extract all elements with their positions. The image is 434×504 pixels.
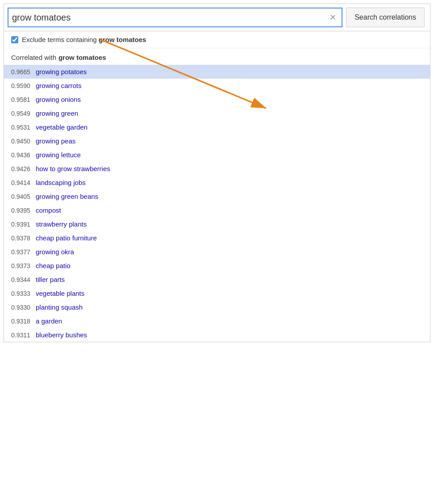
result-link[interactable]: cheap patio (36, 262, 71, 269)
result-score: 0.9450 (11, 138, 36, 145)
result-link[interactable]: vegetable garden (36, 123, 88, 131)
result-link[interactable]: cheap patio furniture (36, 234, 97, 242)
result-item[interactable]: 0.9436growing lettuce (4, 148, 430, 162)
result-score: 0.9333 (11, 290, 36, 297)
section-term: grow tomatoes (58, 54, 106, 61)
search-input-wrapper: ✕ (8, 8, 342, 27)
result-item[interactable]: 0.9531vegetable garden (4, 120, 430, 134)
main-container: ✕ Search correlations Exclude terms cont… (4, 4, 430, 342)
result-item[interactable]: 0.9377growing okra (4, 245, 430, 259)
result-item[interactable]: 0.9426how to grow strawberries (4, 162, 430, 176)
result-link[interactable]: compost (36, 206, 61, 214)
result-link[interactable]: growing lettuce (36, 151, 81, 159)
result-link[interactable]: blueberry bushes (36, 331, 87, 339)
result-score: 0.9378 (11, 235, 36, 242)
result-item[interactable]: 0.9414landscaping jobs (4, 176, 430, 189)
result-link[interactable]: landscaping jobs (36, 179, 86, 186)
result-link[interactable]: planting squash (36, 303, 83, 311)
result-item[interactable]: 0.9405growing green beans (4, 189, 430, 203)
search-bar: ✕ Search correlations (4, 4, 430, 31)
result-link[interactable]: growing okra (36, 248, 74, 256)
result-score: 0.9426 (11, 165, 36, 172)
result-score: 0.9414 (11, 179, 36, 186)
result-item[interactable]: 0.9549growing green (4, 106, 430, 120)
result-link[interactable]: a garden (36, 317, 62, 325)
result-item[interactable]: 0.9333vegetable plants (4, 286, 430, 300)
result-score: 0.9405 (11, 193, 36, 200)
result-score: 0.9311 (11, 332, 36, 339)
result-link[interactable]: growing peas (36, 137, 75, 145)
search-correlations-button[interactable]: Search correlations (346, 8, 425, 27)
result-score: 0.9391 (11, 221, 36, 228)
result-score: 0.9549 (11, 110, 36, 117)
result-score: 0.9318 (11, 318, 36, 325)
result-score: 0.9377 (11, 248, 36, 256)
result-item[interactable]: 0.9665growing potatoes (4, 65, 430, 79)
result-score: 0.9436 (11, 151, 36, 159)
exclude-term: grow tomatoes (99, 36, 146, 43)
exclude-checkbox[interactable] (11, 36, 18, 43)
results-list: 0.9665growing potatoes0.9590growing carr… (4, 65, 430, 342)
result-item[interactable]: 0.9590growing carrots (4, 79, 430, 92)
exclude-row: Exclude terms containing grow tomatoes (4, 31, 430, 48)
result-score: 0.9590 (11, 82, 36, 89)
result-item[interactable]: 0.9311blueberry bushes (4, 328, 430, 342)
result-item[interactable]: 0.9378cheap patio furniture (4, 231, 430, 245)
result-score: 0.9395 (11, 207, 36, 214)
result-item[interactable]: 0.9318a garden (4, 314, 430, 328)
result-link[interactable]: strawberry plants (36, 220, 87, 228)
result-link[interactable]: growing carrots (36, 82, 82, 89)
result-link[interactable]: growing potatoes (36, 68, 87, 76)
result-score: 0.9531 (11, 124, 36, 131)
result-item[interactable]: 0.9344tiller parts (4, 273, 430, 286)
result-link[interactable]: growing green beans (36, 193, 98, 200)
result-link[interactable]: how to grow strawberries (36, 165, 110, 172)
result-score: 0.9344 (11, 276, 36, 283)
result-score: 0.9581 (11, 96, 36, 103)
section-header: Correlated with grow tomatoes (4, 48, 430, 65)
search-input[interactable] (12, 13, 328, 23)
result-score: 0.9330 (11, 304, 36, 311)
result-item[interactable]: 0.9395compost (4, 203, 430, 217)
exclude-label: Exclude terms containing grow tomatoes (22, 36, 146, 43)
result-item[interactable]: 0.9581growing onions (4, 92, 430, 106)
result-link[interactable]: vegetable plants (36, 290, 84, 297)
result-link[interactable]: growing onions (36, 96, 81, 103)
result-score: 0.9373 (11, 262, 36, 269)
result-item[interactable]: 0.9373cheap patio (4, 259, 430, 273)
result-item[interactable]: 0.9330planting squash (4, 300, 430, 314)
result-item[interactable]: 0.9450growing peas (4, 134, 430, 148)
result-item[interactable]: 0.9391strawberry plants (4, 217, 430, 231)
result-link[interactable]: tiller parts (36, 276, 65, 283)
clear-icon[interactable]: ✕ (328, 13, 338, 22)
result-score: 0.9665 (11, 68, 36, 76)
result-link[interactable]: growing green (36, 109, 78, 117)
